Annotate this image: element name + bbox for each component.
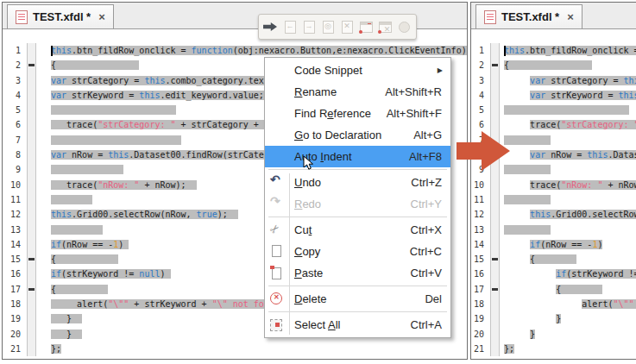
menu-item-label: Redo xyxy=(294,198,321,210)
menu-item-label: Go to Declaration xyxy=(294,129,381,141)
fold-margin xyxy=(490,223,500,237)
menu-item-rename[interactable]: RenameAlt+Shift+R xyxy=(265,81,450,103)
menu-item-delete[interactable]: DeleteDel xyxy=(265,288,450,310)
code-line[interactable]: 18 alert("\"" + strKeyword + "\" not fou… xyxy=(471,297,636,311)
line-number: 17 xyxy=(3,282,25,297)
tab-right-test-xfdl[interactable]: TEST.xfdl * × xyxy=(475,4,582,29)
selected-text: var strKeyword = this.edit_keyword.value… xyxy=(530,91,636,100)
selected-text xyxy=(504,225,551,235)
menu-item-select-all[interactable]: Select AllCtrl+A xyxy=(265,314,450,336)
menu-item-redo[interactable]: RedoCtrl+Y xyxy=(265,193,450,215)
line-number: 11 xyxy=(471,192,488,207)
code-text: if(strKeyword != null) xyxy=(36,267,171,281)
menu-item-label: Code Snippet xyxy=(294,64,362,77)
fold-margin xyxy=(27,342,36,356)
code-line[interactable]: 5 xyxy=(471,103,636,117)
menu-shortcut: Ctrl+C xyxy=(396,245,442,258)
code-text xyxy=(500,103,629,117)
menu-shortcut: Ctrl+A xyxy=(397,318,442,331)
menu-item-label: Find Reference xyxy=(294,107,371,120)
code-line[interactable]: 16 if(strKeyword != null) xyxy=(471,267,636,281)
code-line[interactable]: 14 if(nRow == -1) xyxy=(471,237,636,252)
fold-margin xyxy=(27,311,36,326)
fold-marker-icon[interactable] xyxy=(28,288,35,291)
fold-marker-icon[interactable] xyxy=(28,64,35,66)
menu-item-cut[interactable]: CutCtrl+X xyxy=(265,219,450,241)
line-number: 6 xyxy=(3,117,25,132)
line-number: 16 xyxy=(3,267,25,281)
line-number: 7 xyxy=(3,133,25,147)
menu-item-undo[interactable]: UndoCtrl+Z xyxy=(265,172,450,193)
next-bookmark-icon[interactable]: → xyxy=(301,19,317,35)
menu-item-label: Delete xyxy=(294,292,327,305)
line-number: 20 xyxy=(471,327,488,342)
menu-shortcut: Alt+Shift+R xyxy=(371,85,442,98)
selected-text xyxy=(51,135,181,145)
code-line[interactable]: 1this.btn_fildRow_onclick = function(obj… xyxy=(3,43,467,58)
selected-text: { xyxy=(556,285,602,294)
code-line[interactable]: 20 } xyxy=(471,327,636,342)
menu-item-auto-indent[interactable]: Auto IndentAlt+F8 xyxy=(265,146,450,167)
text-caret xyxy=(51,46,53,56)
breakpoint-circle-icon[interactable] xyxy=(396,19,412,35)
submenu-arrow-icon: ▶ xyxy=(438,66,443,74)
selected-text: } xyxy=(51,314,82,323)
code-line[interactable]: 11 xyxy=(471,192,636,207)
menu-item-go-to-declaration[interactable]: Go to DeclarationAlt+G xyxy=(265,124,450,146)
code-line[interactable]: 1this.btn_fildRow_onclick = function(obj… xyxy=(471,43,636,58)
fold-margin xyxy=(27,207,36,222)
fold-margin xyxy=(490,342,500,356)
code-text: }; xyxy=(36,342,61,356)
menu-item-code-snippet[interactable]: Code Snippet▶ xyxy=(265,60,450,81)
code-line[interactable]: 17 { xyxy=(471,282,636,297)
code-line[interactable]: 2{ xyxy=(471,58,636,72)
selected-text: trace("nRow: " + nRow); xyxy=(530,180,636,190)
code-line[interactable]: 4 var strKeyword = this.edit_keyword.val… xyxy=(471,88,636,103)
code-text: trace("nRow: " + nRow); xyxy=(500,178,636,192)
code-line[interactable]: 10 trace("nRow: " + nRow); xyxy=(471,178,636,192)
menu-item-label: Rename xyxy=(294,85,337,98)
code-line[interactable]: 21}; xyxy=(471,342,636,356)
selected-text: alert("\"" + strKeyword + "\" not found"… xyxy=(51,299,295,309)
fold-margin xyxy=(27,297,36,311)
fold-margin xyxy=(27,252,36,267)
code-line[interactable]: 21}; xyxy=(3,342,467,356)
goto-marker-arrow-icon[interactable] xyxy=(263,19,279,35)
fold-margin xyxy=(490,237,500,252)
code-line[interactable]: 15 { xyxy=(471,252,636,267)
fold-marker-icon[interactable] xyxy=(492,258,498,260)
menu-shortcut: Ctrl+Z xyxy=(397,176,442,189)
line-number: 4 xyxy=(3,88,25,103)
code-line[interactable]: 12 this.Grid00.selectRow(nRow, true); xyxy=(471,207,636,222)
clear-bookmark-icon[interactable]: ✕ xyxy=(339,19,355,35)
fold-margin xyxy=(490,267,500,281)
menu-item-copy[interactable]: CopyCtrl+C xyxy=(265,241,450,262)
line-number: 15 xyxy=(471,252,488,267)
fold-marker-icon[interactable] xyxy=(28,258,35,260)
menu-shortcut: Ctrl+Y xyxy=(397,198,442,210)
selected-text: this.btn_fildRow_onclick = function(obj:… xyxy=(51,46,467,55)
tab-left-test-xfdl[interactable]: TEST.xfdl * × xyxy=(7,4,114,29)
tab-close-icon[interactable]: × xyxy=(567,10,574,23)
menu-item-find-reference[interactable]: Find ReferenceAlt+Shift+F xyxy=(265,103,450,124)
code-line[interactable]: 13 xyxy=(471,223,636,237)
fold-margin xyxy=(27,267,36,281)
prev-bookmark-icon[interactable]: ← xyxy=(282,19,298,35)
fold-marker-icon[interactable] xyxy=(492,288,498,291)
selected-text: }; xyxy=(504,344,514,354)
auto-indent-result-arrow xyxy=(457,128,512,178)
line-number: 21 xyxy=(471,342,488,356)
code-line[interactable]: 3 var strCategory = this.combo_category.… xyxy=(471,73,636,88)
code-text: }; xyxy=(500,342,514,356)
view-bookmark-icon[interactable]: ◎ xyxy=(320,19,336,35)
toggle-breakpoint-icon[interactable] xyxy=(358,19,374,35)
tab-close-icon[interactable]: × xyxy=(98,10,105,23)
menu-shortcut: Ctrl+V xyxy=(397,267,442,279)
menu-item-paste[interactable]: PasteCtrl+V xyxy=(265,262,450,284)
code-line[interactable]: 19 } xyxy=(471,311,636,326)
code-editor-right[interactable]: 1this.btn_fildRow_onclick = function(obj… xyxy=(471,29,636,356)
selected-text xyxy=(51,225,103,235)
fold-marker-icon[interactable] xyxy=(492,64,498,66)
code-text: { xyxy=(36,282,108,297)
clear-breakpoint-icon[interactable]: ✕ xyxy=(377,19,393,35)
